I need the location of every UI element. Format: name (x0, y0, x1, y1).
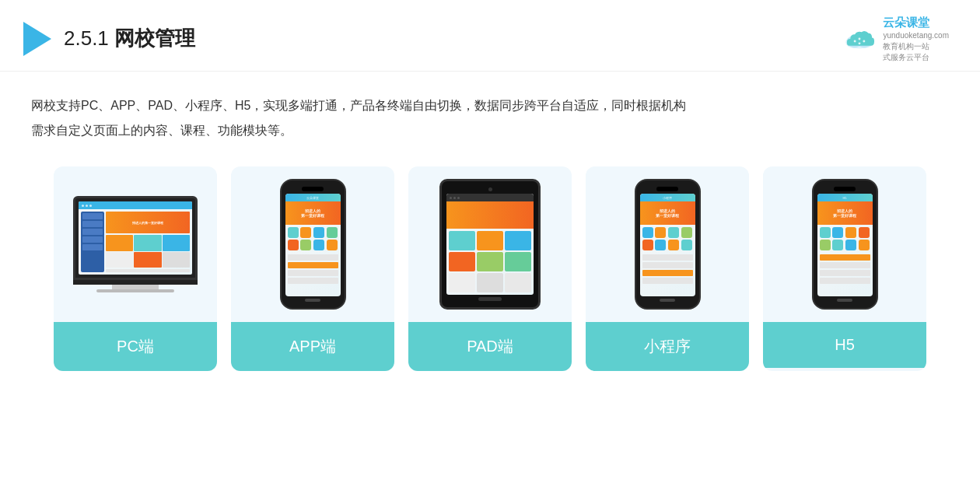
svg-point-4 (859, 37, 861, 40)
tablet-camera (488, 187, 492, 191)
phone-icons-grid-miniapp (640, 225, 695, 253)
card-pc-label: PC端 (54, 322, 217, 371)
svg-point-6 (859, 42, 861, 44)
pc-base (96, 289, 174, 292)
phone-home-miniapp (660, 299, 675, 302)
svg-point-3 (854, 40, 856, 42)
phone-home (305, 299, 320, 302)
tablet-bar (446, 194, 534, 201)
phone-mockup-app: 云朵课堂 招进人的第一堂好课程 (280, 179, 346, 310)
phone-banner-h5: 招进人的第一堂好课程 (817, 201, 873, 225)
phone-notch-miniapp (656, 187, 678, 191)
card-miniapp-label: 小程序 (586, 322, 749, 371)
card-miniapp: 小程序 招进人的第一堂好课程 (586, 166, 749, 371)
phone-notch (302, 187, 324, 191)
description-block: 网校支持PC、APP、PAD、小程序、H5，实现多端打通，产品各终端自由切换，数… (0, 72, 980, 151)
phone-content-rows-h5 (817, 253, 873, 296)
card-pc: 招进人的第一堂好课程 (54, 166, 217, 371)
phone-content-rows (285, 253, 341, 296)
tablet-grid (446, 229, 534, 295)
phone-screen-bar-h5: H5 (817, 194, 873, 201)
phone-screen-bar-miniapp: 小程序 (640, 194, 695, 201)
card-pad-image (408, 166, 572, 322)
card-miniapp-image: 小程序 招进人的第一堂好课程 (586, 166, 749, 322)
card-pad: PAD端 (408, 166, 572, 371)
phone-icons-grid-h5 (817, 225, 873, 253)
tablet-screen (446, 194, 534, 295)
description-line1: 网校支持PC、APP、PAD、小程序、H5，实现多端打通，产品各终端自由切换，数… (31, 99, 686, 112)
pc-mockup: 招进人的第一堂好课程 (73, 196, 198, 292)
brand-logo: 云朵课堂 yunduoketang.com 教育机构一站 式服务云平台 (842, 14, 949, 63)
phone-icons-grid (285, 225, 341, 253)
card-h5-image: H5 招进人的第一堂好课程 (763, 166, 926, 322)
header-left: 2.5.1 网校管理 (23, 22, 195, 56)
description-line2: 需求自定义页面上的内容、课程、功能模块等。 (31, 124, 292, 137)
phone-screen-app: 云朵课堂 招进人的第一堂好课程 (285, 194, 341, 296)
phone-notch-h5 (834, 187, 856, 191)
phone-banner-app: 招进人的第一堂好课程 (285, 201, 341, 225)
tablet-bottom (478, 297, 502, 301)
phone-banner-miniapp: 招进人的第一堂好课程 (640, 201, 695, 225)
phone-screen-bar: 云朵课堂 (285, 194, 341, 201)
phone-home-h5 (837, 299, 852, 302)
phone-mockup-miniapp: 小程序 招进人的第一堂好课程 (635, 179, 701, 310)
card-pc-image: 招进人的第一堂好课程 (54, 166, 217, 322)
phone-screen-h5: H5 招进人的第一堂好课程 (817, 194, 873, 296)
tablet-banner (446, 201, 534, 229)
card-app: 云朵课堂 招进人的第一堂好课程 (231, 166, 394, 371)
svg-point-5 (863, 40, 866, 42)
header: 2.5.1 网校管理 云朵课堂 yunduoketang.com 教育机构一站 … (0, 0, 980, 72)
card-h5-label: H5 (763, 322, 926, 368)
page-title: 2.5.1 网校管理 (64, 25, 195, 52)
card-app-image: 云朵课堂 招进人的第一堂好课程 (231, 166, 394, 322)
pc-screen-inner: 招进人的第一堂好课程 (79, 201, 192, 275)
logo-text: 云朵课堂 yunduoketang.com 教育机构一站 式服务云平台 (883, 14, 949, 63)
card-app-label: APP端 (231, 322, 394, 371)
logo-icon (842, 25, 877, 53)
card-pad-label: PAD端 (408, 322, 572, 371)
play-icon (23, 22, 51, 56)
cards-area: 招进人的第一堂好课程 (0, 151, 980, 387)
pc-screen-outer: 招进人的第一堂好课程 (73, 196, 198, 280)
tablet-mockup (439, 179, 541, 310)
phone-mockup-h5: H5 招进人的第一堂好课程 (812, 179, 878, 310)
pc-screen-bar (79, 201, 192, 209)
phone-screen-miniapp: 小程序 招进人的第一堂好课程 (640, 194, 695, 296)
phone-content-rows-miniapp (640, 253, 695, 296)
card-h5: H5 招进人的第一堂好课程 (763, 166, 926, 371)
